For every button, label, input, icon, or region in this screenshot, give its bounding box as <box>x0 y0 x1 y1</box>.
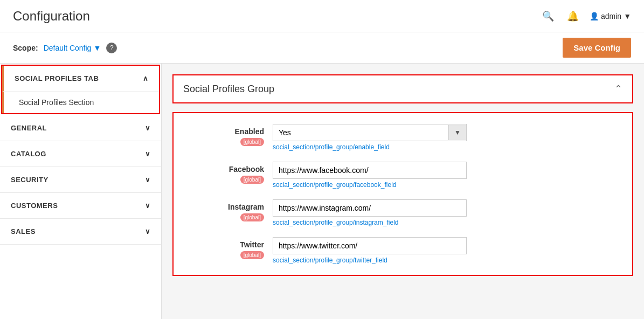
sidebar-item-label: SALES <box>11 227 36 235</box>
header-actions: 🔍 🔔 👤 admin ▼ <box>540 8 631 24</box>
sidebar-item-label: GENERAL <box>11 124 47 132</box>
chevron-down-icon: ∨ <box>145 176 151 184</box>
sidebar-item-header-general[interactable]: GENERAL ∨ <box>0 115 161 141</box>
chevron-down-icon: ∨ <box>145 150 151 158</box>
field-label-col-twitter: Twitter [global] <box>186 237 273 259</box>
scope-label: Scope: <box>13 44 38 52</box>
field-badge-facebook: [global] <box>240 176 264 184</box>
field-badge-twitter: [global] <box>240 251 264 259</box>
sidebar: SOCIAL PROFILES TAB ∧ Social Profiles Se… <box>0 64 162 319</box>
save-config-button[interactable]: Save Config <box>563 38 631 58</box>
sidebar-sub-item-social-profiles-section[interactable]: Social Profiles Section <box>2 91 159 113</box>
select-arrow-icon: ▼ <box>448 125 466 140</box>
collapse-icon: ∧ <box>143 74 149 82</box>
page-title: Configuration <box>13 9 90 24</box>
field-label-enabled: Enabled <box>186 127 264 136</box>
sidebar-item-label: CATALOG <box>11 150 46 158</box>
scope-value: Default Config <box>44 44 92 52</box>
bell-icon[interactable]: 🔔 <box>565 8 581 24</box>
sidebar-item-sales: SALES ∨ <box>0 219 161 245</box>
sidebar-item-security: SECURITY ∨ <box>0 167 161 193</box>
field-select-wrapper-enabled: Yes No ▼ <box>273 124 467 141</box>
facebook-input[interactable] <box>273 162 467 179</box>
field-row-facebook: Facebook [global] social_section/profile… <box>186 162 619 189</box>
field-label-facebook: Facebook <box>186 165 264 174</box>
fields-area: Enabled [global] Yes No ▼ social_section… <box>172 112 633 276</box>
scope-bar: Scope: Default Config ▼ ? Save Config <box>0 32 644 64</box>
sidebar-item-customers: CUSTOMERS ∨ <box>0 193 161 219</box>
field-row-twitter: Twitter [global] social_section/profile_… <box>186 237 619 264</box>
field-label-col-enabled: Enabled [global] <box>186 124 273 146</box>
sidebar-item-social-profiles-tab: SOCIAL PROFILES TAB ∧ Social Profiles Se… <box>1 65 160 114</box>
user-icon: 👤 <box>590 12 599 20</box>
field-badge-instagram: [global] <box>240 213 264 221</box>
chevron-down-icon: ∨ <box>145 124 151 132</box>
help-icon[interactable]: ? <box>106 43 117 53</box>
field-row-instagram: Instagram [global] social_section/profil… <box>186 199 619 226</box>
scope-chevron-icon: ▼ <box>93 44 101 52</box>
instagram-input[interactable] <box>273 199 467 217</box>
field-row-enabled: Enabled [global] Yes No ▼ social_section… <box>186 124 619 151</box>
main-container: SOCIAL PROFILES TAB ∧ Social Profiles Se… <box>0 64 644 319</box>
group-title: Social Profiles Group <box>183 84 274 95</box>
field-input-col-facebook: social_section/profile_group/facebook_fi… <box>273 162 619 189</box>
sub-item-label: Social Profiles Section <box>19 98 94 107</box>
sidebar-item-catalog: CATALOG ∨ <box>0 141 161 167</box>
group-header: Social Profiles Group ⌃ <box>172 74 633 103</box>
field-input-col-twitter: social_section/profile_group/twitter_fie… <box>273 237 619 264</box>
sidebar-item-label: CUSTOMERS <box>11 202 58 210</box>
field-badge-enabled: [global] <box>240 138 264 146</box>
field-hint-instagram: social_section/profile_group/instagram_f… <box>273 219 619 226</box>
search-icon[interactable]: 🔍 <box>540 8 556 24</box>
field-input-col-enabled: Yes No ▼ social_section/profile_group/en… <box>273 124 619 151</box>
chevron-down-icon: ∨ <box>145 202 151 210</box>
sidebar-item-header-sales[interactable]: SALES ∨ <box>0 219 161 244</box>
field-label-col-instagram: Instagram [global] <box>186 199 273 221</box>
field-hint-facebook: social_section/profile_group/facebook_fi… <box>273 181 619 189</box>
admin-label: admin <box>601 12 621 20</box>
chevron-down-icon: ∨ <box>145 227 151 235</box>
field-label-twitter: Twitter <box>186 240 264 249</box>
sidebar-item-label: SOCIAL PROFILES TAB <box>15 74 99 82</box>
twitter-input[interactable] <box>273 237 467 254</box>
sidebar-item-content: Social Profiles Section <box>2 91 159 113</box>
sidebar-item-header-security[interactable]: SECURITY ∨ <box>0 167 161 192</box>
admin-menu[interactable]: 👤 admin ▼ <box>590 12 631 20</box>
scope-dropdown[interactable]: Default Config ▼ <box>44 44 101 52</box>
group-collapse-button[interactable]: ⌃ <box>614 83 622 95</box>
content-area: Social Profiles Group ⌃ Enabled [global]… <box>162 64 644 319</box>
scope-left: Scope: Default Config ▼ ? <box>13 43 117 53</box>
field-label-col-facebook: Facebook [global] <box>186 162 273 184</box>
field-hint-enabled: social_section/profile_group/enable_fiel… <box>273 143 619 151</box>
app-header: Configuration 🔍 🔔 👤 admin ▼ <box>0 0 644 32</box>
sidebar-item-general: GENERAL ∨ <box>0 115 161 141</box>
enabled-select[interactable]: Yes No <box>273 124 448 141</box>
sidebar-item-header-catalog[interactable]: CATALOG ∨ <box>0 141 161 167</box>
sidebar-item-header-customers[interactable]: CUSTOMERS ∨ <box>0 193 161 218</box>
chevron-down-icon: ▼ <box>624 12 631 20</box>
field-input-col-instagram: social_section/profile_group/instagram_f… <box>273 199 619 226</box>
field-label-instagram: Instagram <box>186 203 264 211</box>
field-hint-twitter: social_section/profile_group/twitter_fie… <box>273 256 619 264</box>
sidebar-item-header-social-profiles-tab[interactable]: SOCIAL PROFILES TAB ∧ <box>2 66 159 91</box>
sidebar-item-label: SECURITY <box>11 176 49 184</box>
